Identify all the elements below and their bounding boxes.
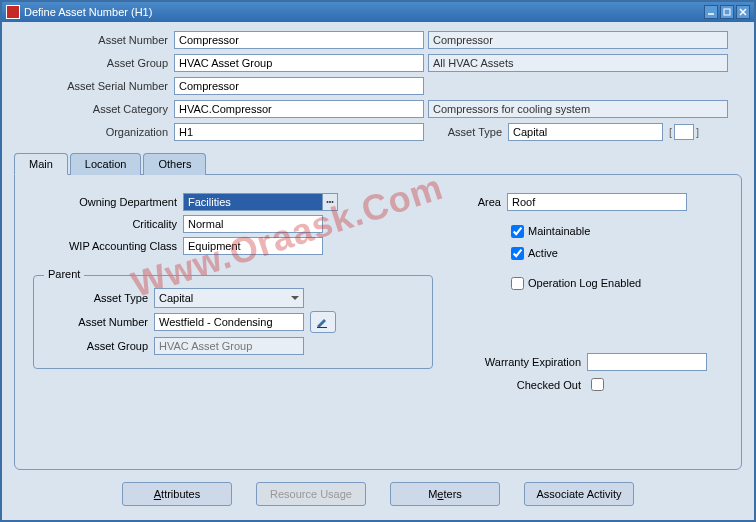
tab-location[interactable]: Location — [70, 153, 142, 175]
parent-asset-number-label: Asset Number — [34, 316, 154, 328]
left-column: Owning Department Criticality WIP Accoun… — [33, 191, 433, 453]
window-title: Define Asset Number (H1) — [24, 6, 704, 18]
serial-number-label: Asset Serial Number — [14, 80, 174, 92]
asset-number-label: Asset Number — [14, 34, 174, 46]
tab-panel-main: Www.Oraask.Com Owning Department Critica… — [14, 174, 742, 470]
parent-asset-group-label: Asset Group — [34, 340, 154, 352]
wip-accounting-class-input[interactable] — [183, 237, 323, 255]
parent-asset-group-input — [154, 337, 304, 355]
asset-number-description: Compressor — [428, 31, 728, 49]
asset-category-label: Asset Category — [14, 103, 174, 115]
maximize-button[interactable] — [720, 5, 734, 19]
meters-button[interactable]: Meters — [390, 482, 500, 506]
button-bar: Attributes Resource Usage Meters Associa… — [14, 470, 742, 512]
attributes-button[interactable]: Attributes — [122, 482, 232, 506]
svg-point-5 — [329, 201, 331, 203]
svg-rect-7 — [317, 327, 327, 328]
resource-usage-button: Resource Usage — [256, 482, 366, 506]
pencil-icon — [315, 315, 331, 329]
tab-main[interactable]: Main — [14, 153, 68, 175]
asset-type-label: Asset Type — [428, 126, 508, 138]
oracle-app-icon — [6, 5, 20, 19]
ellipsis-icon — [326, 198, 334, 206]
close-button[interactable] — [736, 5, 750, 19]
asset-number-input[interactable] — [174, 31, 424, 49]
tab-strip: Main Location Others — [14, 152, 742, 174]
right-column: Area Maintainable Active OOperation Log … — [457, 191, 723, 453]
chevron-down-icon — [291, 296, 299, 300]
owning-department-lov-button[interactable] — [322, 193, 338, 211]
parent-asset-type-label: Asset Type — [34, 292, 154, 304]
criticality-label: Criticality — [33, 218, 183, 230]
parent-legend: Parent — [44, 268, 84, 280]
maintainable-checkbox[interactable] — [511, 225, 524, 238]
parent-asset-type-value: Capital — [159, 292, 193, 304]
content-area: Asset Number Compressor Asset Group All … — [2, 22, 754, 520]
warranty-expiration-label: Warranty Expiration — [457, 356, 587, 368]
area-input[interactable] — [507, 193, 687, 211]
criticality-input[interactable] — [183, 215, 323, 233]
associate-activity-button[interactable]: Associate Activity — [524, 482, 634, 506]
checked-out-checkbox[interactable] — [591, 378, 604, 391]
svg-point-4 — [327, 201, 329, 203]
dff-bracket[interactable]: [] — [669, 124, 699, 140]
parent-asset-number-tool-button[interactable] — [310, 311, 336, 333]
parent-asset-number-input[interactable] — [154, 313, 304, 331]
minimize-button[interactable] — [704, 5, 718, 19]
asset-group-label: Asset Group — [14, 57, 174, 69]
parent-asset-type-select[interactable]: Capital — [154, 288, 304, 308]
operation-log-enabled-checkbox[interactable] — [511, 277, 524, 290]
asset-category-description: Compressors for cooling system — [428, 100, 728, 118]
organization-label: Organization — [14, 126, 174, 138]
asset-group-description: All HVAC Assets — [428, 54, 728, 72]
owning-department-label: Owning Department — [33, 196, 183, 208]
tab-others[interactable]: Others — [143, 153, 206, 175]
asset-category-input[interactable] — [174, 100, 424, 118]
owning-department-input[interactable] — [183, 193, 323, 211]
checked-out-label: Checked Out — [457, 379, 587, 391]
wip-accounting-class-label: WIP Accounting Class — [33, 240, 183, 252]
header-form: Asset Number Compressor Asset Group All … — [14, 30, 742, 142]
window-controls — [704, 5, 750, 19]
parent-fieldset: Parent Asset Type Capital Asset Number — [33, 275, 433, 369]
warranty-expiration-input[interactable] — [587, 353, 707, 371]
operation-log-enabled-label: OOperation Log Enabledperation Log Enabl… — [528, 277, 641, 289]
active-label: Active — [528, 247, 558, 259]
window: Define Asset Number (H1) Asset Number Co… — [0, 0, 756, 522]
asset-type-input[interactable] — [508, 123, 663, 141]
organization-input[interactable] — [174, 123, 424, 141]
active-checkbox[interactable] — [511, 247, 524, 260]
area-label: Area — [457, 196, 507, 208]
maintainable-label: Maintainable — [528, 225, 590, 237]
asset-group-input[interactable] — [174, 54, 424, 72]
svg-rect-1 — [724, 9, 730, 15]
serial-number-input[interactable] — [174, 77, 424, 95]
titlebar: Define Asset Number (H1) — [2, 2, 754, 22]
svg-point-6 — [332, 201, 334, 203]
